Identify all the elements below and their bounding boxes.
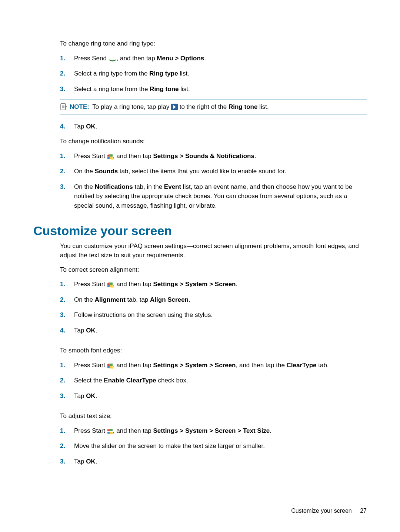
bold: Ring tone xyxy=(229,103,257,110)
text: Select a ring type from the xyxy=(74,70,149,77)
steps-ring-4: 4. Tap OK. xyxy=(60,122,367,131)
text: , and then tap xyxy=(113,427,153,434)
text: check box. xyxy=(156,377,188,384)
text: . xyxy=(270,427,271,434)
text: tab. xyxy=(317,362,329,369)
bold: Align Screen xyxy=(150,296,189,303)
note-content: NOTE: To play a ring tone, tap play to t… xyxy=(70,102,269,112)
intro-customize: You can customize your iPAQ screen setti… xyxy=(60,242,367,260)
text: Press Start xyxy=(74,427,107,434)
step-2: 2. Move the slider on the screen to make… xyxy=(60,441,367,451)
start-icon xyxy=(107,429,113,434)
step-num: 3. xyxy=(60,310,74,320)
step-num: 4. xyxy=(60,326,74,335)
step-num: 3. xyxy=(60,391,74,401)
text: Press Start xyxy=(74,153,107,160)
text: list. xyxy=(257,103,269,110)
steps-smooth: 1. Press Start , and then tap Settings >… xyxy=(60,361,367,401)
text: to the right of the xyxy=(178,103,229,110)
step-num: 1. xyxy=(60,426,74,436)
text: Tap xyxy=(74,392,86,399)
bold: ClearType xyxy=(287,362,317,369)
bold: OK xyxy=(86,123,96,130)
step-num: 3. xyxy=(60,457,74,466)
step-num: 3. xyxy=(60,84,74,94)
step-body: Select a ring type from the Ring type li… xyxy=(74,69,367,78)
step-3: 3. Tap OK. xyxy=(60,391,367,401)
bold: Ring type xyxy=(149,70,178,77)
intro-size: To adjust text size: xyxy=(60,412,367,421)
steps-align: 1. Press Start , and then tap Settings >… xyxy=(60,280,367,335)
step-num: 2. xyxy=(60,295,74,305)
bold: Ring tone xyxy=(150,86,179,93)
step-body: Move the slider on the screen to make th… xyxy=(74,441,367,451)
heading-customize: Customize your screen xyxy=(33,224,367,238)
steps-notif: 1. Press Start , and then tap Settings >… xyxy=(60,151,367,211)
bold: Settings > System > Screen xyxy=(153,362,236,369)
bold: OK xyxy=(86,458,96,465)
step-num: 2. xyxy=(60,376,74,385)
step-4: 4. Tap OK. xyxy=(60,326,367,335)
step-body: Press Start , and then tap Settings > Sy… xyxy=(74,426,367,436)
text: . xyxy=(96,458,97,465)
step-body: Press Start , and then tap Settings > Sy… xyxy=(74,361,367,370)
text: . xyxy=(204,55,206,62)
step-body: Press Start , and then tap Settings > Sy… xyxy=(74,280,367,289)
note-icon xyxy=(60,103,67,111)
bold: Sounds xyxy=(95,168,118,175)
text: Select a ring tone from the xyxy=(74,86,150,93)
step-body: Press Send , and then tap Menu > Options… xyxy=(74,54,367,63)
step-1: 1. Press Start , and then tap Settings >… xyxy=(60,280,367,289)
note-label: NOTE: xyxy=(70,103,89,110)
step-3: 3. Follow instructions on the screen usi… xyxy=(60,310,367,320)
intro-ring: To change ring tone and ring type: xyxy=(60,39,367,48)
intro-notif: To change notification sounds: xyxy=(60,137,367,146)
step-body: Tap OK. xyxy=(74,391,367,401)
step-3: 3. On the Notifications tab, in the Even… xyxy=(60,182,367,211)
text: , and then tap xyxy=(117,55,157,62)
text: Select the xyxy=(74,377,104,384)
text: , and then tap xyxy=(113,153,153,160)
text: . xyxy=(236,281,238,288)
step-2: 2. Select the Enable ClearType check box… xyxy=(60,376,367,385)
text: To play a ring tone, tap play xyxy=(92,103,171,110)
step-body: Tap OK. xyxy=(74,326,367,335)
text: . xyxy=(96,123,97,130)
step-3: 3. Select a ring tone from the Ring tone… xyxy=(60,84,367,94)
bold: OK xyxy=(86,327,96,334)
text: tab, select the items that you would lik… xyxy=(118,168,286,175)
bold: Notifications xyxy=(95,183,133,190)
text: Tap xyxy=(74,123,86,130)
text: Press Send xyxy=(74,55,109,62)
footer-page: 27 xyxy=(360,508,367,514)
intro-smooth: To smooth font edges: xyxy=(60,346,367,355)
step-num: 1. xyxy=(60,151,74,161)
step-1: 1. Press Start , and then tap Settings >… xyxy=(60,151,367,161)
step-2: 2. On the Alignment tab, tap Align Scree… xyxy=(60,295,367,305)
text: Tap xyxy=(74,458,86,465)
bold: Settings > Sounds & Notifications xyxy=(153,153,254,160)
step-num: 1. xyxy=(60,54,74,63)
step-2: 2. Select a ring type from the Ring type… xyxy=(60,69,367,78)
text: Move the slider on the screen to make th… xyxy=(74,442,265,449)
text: tab, in the xyxy=(133,183,164,190)
text: Press Start xyxy=(74,362,107,369)
text: Press Start xyxy=(74,281,107,288)
step-num: 2. xyxy=(60,167,74,176)
send-icon xyxy=(109,57,117,62)
step-1: 1. Press Start , and then tap Settings >… xyxy=(60,361,367,370)
step-2: 2. On the Sounds tab, select the items t… xyxy=(60,167,367,176)
bold: OK xyxy=(86,392,96,399)
bold: Alignment xyxy=(95,296,126,303)
steps-ring: 1. Press Send , and then tap Menu > Opti… xyxy=(60,54,367,94)
svg-rect-0 xyxy=(61,104,66,110)
bold: Menu > Options xyxy=(157,55,204,62)
step-body: Tap OK. xyxy=(74,457,367,466)
text: . xyxy=(96,392,97,399)
start-icon xyxy=(107,154,113,160)
step-1: 1. Press Send , and then tap Menu > Opti… xyxy=(60,54,367,63)
step-1: 1. Press Start , and then tap Settings >… xyxy=(60,426,367,436)
step-body: Follow instructions on the screen using … xyxy=(74,310,367,320)
text: Tap xyxy=(74,327,86,334)
text: . xyxy=(189,296,190,303)
